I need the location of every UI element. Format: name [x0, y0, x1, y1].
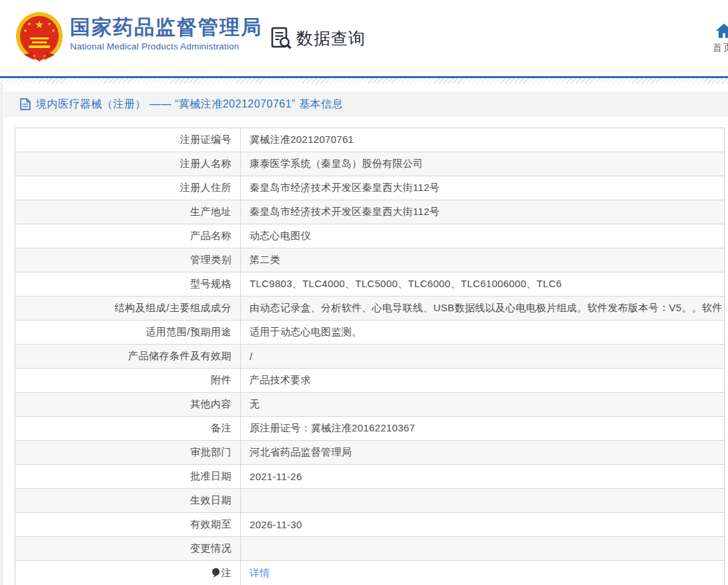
site-header: ★ ★ ★ ★ ★ 国家药品监督管理局 National Medical Pro…: [0, 0, 728, 76]
row-value: 冀械注准20212070761: [241, 128, 724, 152]
row-value: 河北省药品监督管理局: [241, 441, 724, 464]
table-row: 生产地址秦皇岛市经济技术开发区秦皇西大街112号: [15, 200, 724, 224]
row-label: 备注: [15, 417, 241, 440]
row-value: /: [241, 345, 724, 368]
row-label: 生效日期: [15, 489, 241, 512]
nav-data-query[interactable]: 数据查询: [271, 27, 366, 49]
row-value: TLC9803、TLC4000、TLC5000、TLC6000、TLC61006…: [241, 272, 724, 296]
row-value: 详情: [241, 561, 724, 585]
home-icon: [715, 23, 728, 39]
table-row: 生效日期: [15, 489, 724, 513]
header-hatch-band: [0, 78, 728, 83]
page: ★ ★ ★ ★ ★ 国家药品监督管理局 National Medical Pro…: [0, 0, 728, 585]
breadcrumb: 境内医疗器械（注册） —— “冀械注准20212070761” 基本信息: [4, 91, 728, 117]
table-row: 产品储存条件及有效期/: [15, 345, 724, 369]
row-value: 动态心电图仪: [241, 224, 724, 248]
row-label: 管理类别: [15, 248, 241, 272]
row-value: 产品技术要求: [241, 369, 724, 392]
row-label: 注: [15, 561, 241, 585]
table-row: 产品名称动态心电图仪: [15, 224, 724, 248]
row-value: 秦皇岛市经济技术开发区秦皇西大街112号: [241, 176, 724, 200]
svg-text:★: ★: [51, 28, 55, 33]
row-value: 第二类: [241, 248, 724, 272]
row-label: 其他内容: [15, 393, 241, 416]
row-value: 2021-11-26: [241, 465, 724, 488]
nmpa-emblem: ★ ★ ★ ★ ★: [15, 11, 64, 64]
nav-query-label: 数据查询: [296, 27, 366, 49]
row-value: 2026-11-30: [241, 513, 724, 536]
svg-text:★: ★: [35, 19, 43, 30]
row-label: 审批部门: [15, 441, 241, 464]
row-value: [241, 537, 724, 560]
data-query-icon: [271, 27, 292, 49]
nav-home[interactable]: 首页: [713, 23, 728, 54]
row-label: 注册人住所: [15, 176, 241, 200]
table-row: 其他内容无: [15, 393, 724, 417]
row-label: 产品储存条件及有效期: [15, 345, 241, 368]
row-value: 无: [241, 393, 724, 416]
row-label: 结构及组成/主要组成成分: [15, 297, 241, 320]
registration-table: 注册证编号冀械注准20212070761注册人名称康泰医学系统（秦皇岛）股份有限…: [15, 128, 725, 585]
table-row: 适用范围/预期用途适用于动态心电图监测。: [15, 321, 724, 345]
table-row: 型号规格TLC9803、TLC4000、TLC5000、TLC6000、TLC6…: [15, 272, 724, 297]
row-label: 附件: [15, 369, 241, 392]
org-name-cn: 国家药品监督管理局: [70, 15, 262, 39]
row-label: 有效期至: [15, 513, 241, 536]
table-row: 注详情: [15, 561, 724, 585]
svg-text:★: ★: [27, 21, 31, 26]
table-row: 备注原注册证号：冀械注准20162210367: [15, 417, 724, 441]
table-row: 变更情况: [15, 537, 724, 561]
svg-text:★: ★: [23, 28, 27, 33]
document-icon: [20, 98, 31, 110]
table-row: 注册人名称康泰医学系统（秦皇岛）股份有限公司: [15, 152, 724, 176]
row-value: [241, 489, 724, 512]
table-row: 有效期至2026-11-30: [15, 513, 724, 537]
row-label: 注册人名称: [15, 152, 241, 176]
row-value: 康泰医学系统（秦皇岛）股份有限公司: [241, 152, 724, 176]
row-label: 变更情况: [15, 537, 241, 560]
table-row: 批准日期2021-11-26: [15, 465, 724, 489]
home-label: 首页: [713, 42, 728, 54]
row-value: 秦皇岛市经济技术开发区秦皇西大街112号: [241, 200, 724, 224]
row-value: 由动态记录盒、分析软件、心电导联线、USB数据线以及心电电极片组成。软件发布版本…: [241, 297, 724, 320]
page-title: 境内医疗器械（注册） —— “冀械注准20212070761” 基本信息: [36, 98, 343, 112]
row-value: 原注册证号：冀械注准20162210367: [241, 417, 724, 440]
row-label: 型号规格: [15, 272, 241, 296]
svg-text:★: ★: [47, 21, 51, 26]
row-label: 注册证编号: [15, 128, 241, 152]
row-label: 批准日期: [15, 465, 241, 488]
org-name-en: National Medical Products Administration: [70, 41, 262, 51]
details-link[interactable]: 详情: [250, 567, 270, 580]
table-row: 结构及组成/主要组成成分由动态记录盒、分析软件、心电导联线、USB数据线以及心电…: [15, 297, 724, 321]
table-row: 审批部门河北省药品监督管理局: [15, 441, 724, 465]
table-row: 注册人住所秦皇岛市经济技术开发区秦皇西大街112号: [15, 176, 724, 200]
table-row: 管理类别第二类: [15, 248, 724, 272]
row-value: 适用于动态心电图监测。: [241, 321, 724, 344]
row-label: 产品名称: [15, 224, 241, 248]
page-left-strip: [0, 83, 3, 585]
note-icon: [212, 568, 220, 578]
org-names: 国家药品监督管理局 National Medical Products Admi…: [70, 15, 262, 51]
table-row: 附件产品技术要求: [15, 369, 724, 393]
row-label: 适用范围/预期用途: [15, 321, 241, 344]
table-row: 注册证编号冀械注准20212070761: [15, 128, 724, 152]
row-label: 生产地址: [15, 200, 241, 224]
